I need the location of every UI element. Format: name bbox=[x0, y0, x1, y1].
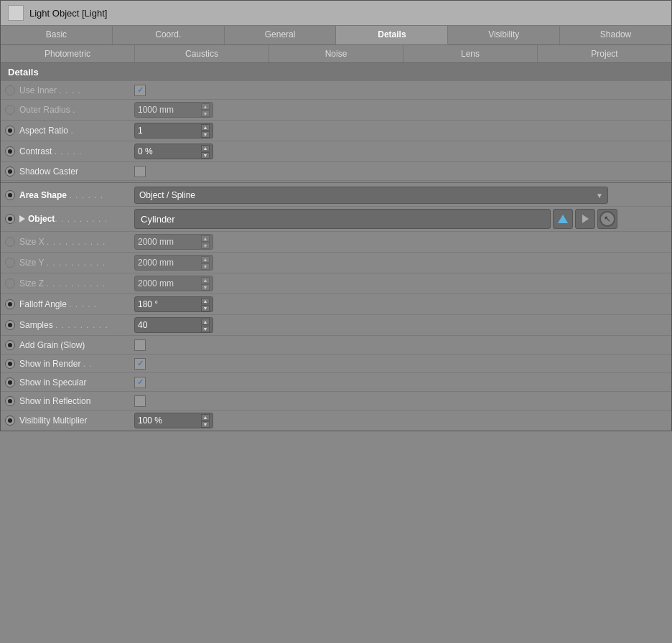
contrast-label: Contrast . . . . . bbox=[19, 146, 134, 156]
size-y-up[interactable]: ▲ bbox=[201, 256, 210, 263]
size-z-row: Size Z . . . . . . . . . . 2000 mm ▲ ▼ bbox=[1, 273, 671, 294]
object-arrow-btn[interactable] bbox=[575, 209, 595, 229]
aspect-ratio-radio[interactable] bbox=[5, 126, 15, 136]
size-y-down[interactable]: ▼ bbox=[201, 263, 210, 270]
area-shape-radio[interactable] bbox=[5, 190, 15, 200]
size-x-radio[interactable] bbox=[5, 237, 15, 247]
aspect-ratio-row: Aspect Ratio . 1 ▲ ▼ bbox=[1, 121, 671, 141]
main-window: Light Object [Light] Basic Coord. Genera… bbox=[0, 0, 672, 431]
samples-field[interactable]: 40 ▲ ▼ bbox=[134, 317, 213, 333]
area-shape-label: Area Shape . . . . . . bbox=[19, 190, 134, 200]
aspect-ratio-label: Aspect Ratio . bbox=[19, 126, 134, 136]
contrast-radio[interactable] bbox=[5, 146, 15, 156]
object-radio[interactable] bbox=[5, 214, 15, 224]
tab-details[interactable]: Details bbox=[336, 26, 448, 44]
size-x-down[interactable]: ▼ bbox=[201, 243, 210, 249]
size-y-value: 2000 mm bbox=[138, 258, 201, 268]
outer-radius-down[interactable]: ▼ bbox=[201, 111, 210, 117]
use-inner-label: Use Inner . . . . bbox=[19, 85, 134, 95]
falloff-angle-down[interactable]: ▼ bbox=[201, 305, 210, 311]
visibility-multiplier-field[interactable]: 100 % ▲ ▼ bbox=[134, 413, 213, 428]
outer-radius-arrows: ▲ ▼ bbox=[201, 103, 210, 117]
aspect-ratio-up[interactable]: ▲ bbox=[201, 124, 210, 131]
tab-shadow[interactable]: Shadow bbox=[560, 26, 671, 44]
show-in-render-label: Show in Render . . bbox=[19, 359, 134, 369]
object-expand-icon[interactable] bbox=[19, 215, 25, 222]
tab-lens[interactable]: Lens bbox=[403, 45, 538, 62]
size-x-row: Size X . . . . . . . . . . 2000 mm ▲ ▼ bbox=[1, 232, 671, 253]
size-z-down[interactable]: ▼ bbox=[201, 284, 210, 291]
object-triangle-btn[interactable] bbox=[553, 209, 573, 229]
tab-project[interactable]: Project bbox=[538, 45, 671, 62]
add-grain-radio[interactable] bbox=[5, 340, 15, 350]
falloff-angle-radio[interactable] bbox=[5, 299, 15, 309]
size-z-up[interactable]: ▲ bbox=[201, 277, 210, 283]
tab-general[interactable]: General bbox=[225, 26, 337, 44]
falloff-angle-field[interactable]: 180 ° ▲ ▼ bbox=[134, 296, 213, 312]
size-x-arrows: ▲ ▼ bbox=[201, 235, 210, 249]
show-in-render-row: Show in Render . . bbox=[1, 355, 671, 373]
tab-photometric[interactable]: Photometric bbox=[1, 45, 135, 62]
section-header: Details bbox=[1, 63, 671, 81]
size-z-radio[interactable] bbox=[5, 278, 15, 288]
visibility-multiplier-label: Visibility Multiplier bbox=[19, 416, 134, 426]
area-shape-value: Object / Spline bbox=[139, 190, 195, 200]
show-in-specular-checkbox[interactable] bbox=[134, 377, 146, 388]
tab-coord[interactable]: Coord. bbox=[113, 26, 225, 44]
contrast-row: Contrast . . . . . 0 % ▲ ▼ bbox=[1, 141, 671, 162]
separator-1 bbox=[1, 182, 671, 183]
tab-caustics[interactable]: Caustics bbox=[135, 45, 269, 62]
object-cursor-btn[interactable]: ↖ bbox=[597, 209, 617, 229]
shadow-caster-checkbox[interactable] bbox=[134, 166, 146, 177]
shadow-caster-radio[interactable] bbox=[5, 166, 15, 177]
falloff-angle-up[interactable]: ▲ bbox=[201, 298, 210, 304]
tab-basic[interactable]: Basic bbox=[1, 26, 113, 44]
object-row: Object . . . . . . . . . Cylinder ↖ bbox=[1, 207, 671, 232]
outer-radius-label: Outer Radius . bbox=[19, 105, 134, 115]
show-in-render-radio[interactable] bbox=[5, 359, 15, 369]
object-field[interactable]: Cylinder bbox=[134, 209, 551, 229]
samples-down[interactable]: ▼ bbox=[201, 326, 210, 332]
outer-radius-value: 1000 mm bbox=[138, 105, 201, 115]
show-in-reflection-checkbox[interactable] bbox=[134, 395, 146, 407]
aspect-ratio-down[interactable]: ▼ bbox=[201, 131, 210, 138]
visibility-multiplier-row: Visibility Multiplier 100 % ▲ ▼ bbox=[1, 410, 671, 431]
show-in-reflection-label: Show in Reflection bbox=[19, 396, 134, 406]
contrast-up[interactable]: ▲ bbox=[201, 145, 210, 151]
show-in-specular-label: Show in Specular bbox=[19, 377, 134, 388]
visibility-multiplier-up[interactable]: ▲ bbox=[201, 414, 210, 421]
tab-visibility[interactable]: Visibility bbox=[448, 26, 560, 44]
add-grain-checkbox[interactable] bbox=[134, 339, 146, 351]
samples-up[interactable]: ▲ bbox=[201, 319, 210, 325]
size-y-field: 2000 mm ▲ ▼ bbox=[134, 255, 213, 271]
show-in-render-checkbox[interactable] bbox=[134, 358, 146, 370]
shadow-caster-label: Shadow Caster bbox=[19, 166, 134, 177]
show-in-specular-row: Show in Specular bbox=[1, 373, 671, 392]
contrast-field[interactable]: 0 % ▲ ▼ bbox=[134, 144, 213, 159]
outer-radius-radio[interactable] bbox=[5, 105, 15, 115]
aspect-ratio-field[interactable]: 1 ▲ ▼ bbox=[134, 123, 213, 139]
tab-noise[interactable]: Noise bbox=[269, 45, 403, 62]
window-title: Light Object [Light] bbox=[29, 8, 107, 19]
size-z-label: Size Z . . . . . . . . . . bbox=[19, 278, 134, 288]
object-value: Cylinder bbox=[141, 214, 544, 225]
area-shape-dropdown[interactable]: Object / Spline ▼ bbox=[134, 187, 608, 204]
show-in-specular-radio[interactable] bbox=[5, 377, 15, 388]
outer-radius-up[interactable]: ▲ bbox=[201, 103, 210, 110]
arrow-right-icon bbox=[582, 215, 589, 223]
falloff-angle-arrows: ▲ ▼ bbox=[201, 298, 210, 311]
contrast-arrows: ▲ ▼ bbox=[201, 145, 210, 159]
use-inner-checkbox[interactable] bbox=[134, 85, 146, 96]
use-inner-radio[interactable] bbox=[5, 85, 15, 95]
size-y-radio[interactable] bbox=[5, 258, 15, 268]
contrast-down[interactable]: ▼ bbox=[201, 152, 210, 159]
samples-radio[interactable] bbox=[5, 320, 15, 330]
triangle-icon bbox=[558, 215, 568, 223]
show-in-reflection-radio[interactable] bbox=[5, 396, 15, 406]
samples-arrows: ▲ ▼ bbox=[201, 319, 210, 332]
visibility-multiplier-down[interactable]: ▼ bbox=[201, 421, 210, 428]
size-x-up[interactable]: ▲ bbox=[201, 235, 210, 242]
tabs-row-2: Photometric Caustics Noise Lens Project bbox=[1, 45, 671, 63]
add-grain-label: Add Grain (Slow) bbox=[19, 340, 134, 350]
visibility-multiplier-radio[interactable] bbox=[5, 416, 15, 426]
